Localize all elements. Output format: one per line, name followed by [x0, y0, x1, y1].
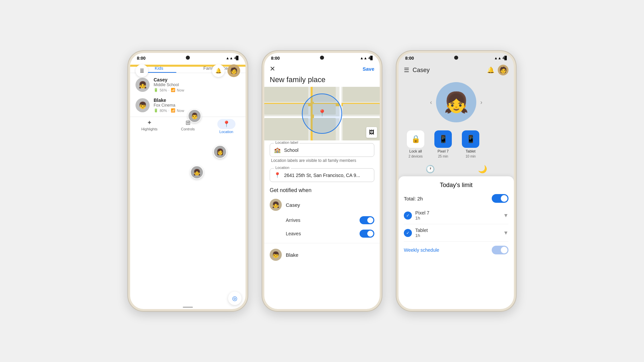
- menu-button[interactable]: ☰: [136, 64, 148, 77]
- pixel7-icon-wrap: 📱: [434, 130, 452, 148]
- camera-notch-3: [454, 56, 458, 60]
- blake-notify-avatar: 👦: [270, 249, 282, 261]
- location-label-value: School: [284, 147, 370, 153]
- menu-icon-3[interactable]: ☰: [404, 66, 409, 74]
- location-icon: ◎: [232, 295, 237, 302]
- location-address-field[interactable]: Location 📍 2641 25th St, San Francisco, …: [270, 168, 374, 182]
- bottom-nav: ✦ Highlights ⊞ Controls 📍 Location: [130, 117, 246, 136]
- location-nav-icon: 📍: [223, 120, 230, 128]
- lock-icon: 🔒: [411, 135, 420, 143]
- map-pin-person3[interactable]: 👧: [190, 166, 204, 179]
- moon-icon: 🌙: [478, 165, 487, 174]
- nav-highlights[interactable]: ✦ Highlights: [130, 119, 169, 134]
- lock-label: Lock all: [409, 149, 422, 153]
- leaves-toggle-row: Leaves: [264, 227, 380, 240]
- profile-carousel: ‹ 👧 ›: [398, 77, 514, 126]
- phone-icon-pixel7: 📱: [439, 135, 448, 143]
- photo-button[interactable]: 🖼: [366, 127, 377, 138]
- casey-avatar: 👧: [136, 78, 150, 92]
- highlights-icon: ✦: [147, 119, 152, 126]
- total-limit-row: Total: 2h: [404, 194, 508, 203]
- pixel7-limit-name: Pixel 7: [415, 210, 500, 216]
- map-pin-person2[interactable]: 👩: [213, 145, 227, 159]
- camera-notch-2: [320, 56, 324, 60]
- map-thumbnail: 📍 🖼: [264, 87, 380, 140]
- profile-image: 👧: [436, 82, 476, 122]
- blake-notify-name: Blake: [286, 252, 374, 258]
- location-label-field[interactable]: Location label 🏫 School: [270, 143, 374, 157]
- location-field-icon: 📍: [274, 172, 281, 178]
- clock-icon: 🕐: [426, 165, 435, 174]
- pixel7-limit-time: 1h: [415, 216, 500, 221]
- leaves-toggle[interactable]: [360, 230, 374, 238]
- devices-row: 🔒 Lock all 2 devices 📱 Pixel 7 25 min 📱 …: [398, 126, 514, 162]
- time-3: 8:00: [405, 56, 414, 61]
- device-lock-all[interactable]: 🔒 Lock all 2 devices: [404, 130, 427, 158]
- tablet-limit-time: 1h: [415, 233, 500, 238]
- kid-item-blake[interactable]: 👦 Blake Fox Cinema 🔋 80% · 📶 Now: [130, 95, 246, 115]
- arrives-toggle[interactable]: [360, 216, 374, 224]
- device-pixel7[interactable]: 📱 Pixel 7 25 min: [431, 130, 455, 158]
- casey-status: 🔋 56% · 📶 Now: [154, 88, 240, 92]
- panel-title: Today's limit: [404, 182, 508, 189]
- tablet-sub: 10 min: [466, 155, 476, 158]
- casey-header: 👧 Casey: [264, 196, 380, 214]
- map-header: ☰ 🔔 🧑: [130, 63, 246, 78]
- form-title: New family place: [264, 74, 380, 87]
- weekly-schedule-row: Weekly schedule: [404, 246, 508, 254]
- close-button[interactable]: ✕: [270, 65, 275, 73]
- pixel7-sub: 25 min: [438, 155, 448, 158]
- prev-arrow[interactable]: ‹: [426, 99, 436, 106]
- phone2-content: ✕ Save New family place: [264, 62, 380, 309]
- weekly-toggle[interactable]: [492, 246, 508, 254]
- camera-notch: [186, 56, 190, 60]
- scroll-indicator: [183, 307, 193, 308]
- location-address-value: 2641 25th St, San Francisco, CA 9...: [284, 173, 370, 178]
- pixel7-check: ✓: [404, 212, 412, 220]
- weekly-schedule-label[interactable]: Weekly schedule: [404, 247, 492, 253]
- moon-row: 🕐 🌙: [398, 162, 514, 176]
- pixel7-label: Pixel 7: [437, 149, 448, 153]
- tablet-limit-item[interactable]: ✓ Tablet 1h ▼: [404, 224, 508, 242]
- bell-icon-3[interactable]: 🔔: [487, 66, 494, 74]
- phone3-header: ☰ Casey 🔔 🧑: [398, 62, 514, 77]
- tablet-check: ✓: [404, 229, 412, 237]
- avatar-emoji: 🧑: [230, 67, 237, 74]
- lock-sub: 2 devices: [409, 155, 423, 158]
- menu-icon: ☰: [140, 68, 144, 73]
- total-toggle[interactable]: [492, 194, 508, 203]
- pixel7-limit-item[interactable]: ✓ Pixel 7 1h ▼: [404, 207, 508, 224]
- user-avatar[interactable]: 🧑: [227, 64, 240, 77]
- map-pin-center: 📍: [318, 109, 326, 117]
- time-limit-panel: Today's limit Total: 2h ✓ Pixel 7 1h ▼ ✓…: [398, 176, 514, 309]
- location-label-float: Location label: [274, 140, 300, 144]
- pixel7-limit-info: Pixel 7 1h: [415, 210, 500, 221]
- location-label-field-group: Location label 🏫 School Location labels …: [264, 140, 380, 166]
- tablet-label: Tablet: [466, 149, 475, 153]
- nav-location[interactable]: 📍 Location: [207, 119, 246, 134]
- device-tablet[interactable]: 📱 Tablet 10 min: [459, 130, 482, 158]
- map-pin-person1[interactable]: 👨: [188, 109, 201, 123]
- save-button[interactable]: Save: [363, 66, 374, 72]
- phone-3: 8:00 ▲▲ 4▊ ☰ Casey 🔔 🧑 ‹ 👧 › 🔒: [396, 50, 517, 312]
- label-icon: 🏫: [274, 147, 281, 153]
- bell-icon: 🔔: [215, 68, 222, 74]
- location-label-hint: Location labels are visible to all famil…: [270, 158, 374, 163]
- bell-button[interactable]: 🔔: [212, 64, 225, 77]
- next-arrow[interactable]: ›: [476, 99, 486, 106]
- tablet-limit-info: Tablet 1h: [415, 228, 500, 238]
- time-1: 8:00: [137, 56, 146, 61]
- blake-avatar: 👦: [136, 98, 150, 112]
- pixel7-chevron: ▼: [503, 213, 508, 219]
- blake-location: Fox Cinema: [154, 103, 240, 108]
- nav-controls[interactable]: ⊞ Controls: [169, 119, 207, 134]
- phone-1: 8:00 ▲▲ 4▊: [127, 50, 248, 312]
- status-icons-2: ▲▲ 4▊: [360, 56, 373, 60]
- blake-notify-section: 👦 Blake: [264, 245, 380, 265]
- lock-icon-wrap: 🔒: [407, 130, 424, 148]
- arrives-label: Arrives: [286, 218, 301, 223]
- casey-location: Middle School: [154, 82, 240, 87]
- location-center-button[interactable]: ◎: [228, 292, 241, 305]
- casey-notify-name: Casey: [286, 202, 374, 208]
- user-avatar-3[interactable]: 🧑: [498, 65, 508, 75]
